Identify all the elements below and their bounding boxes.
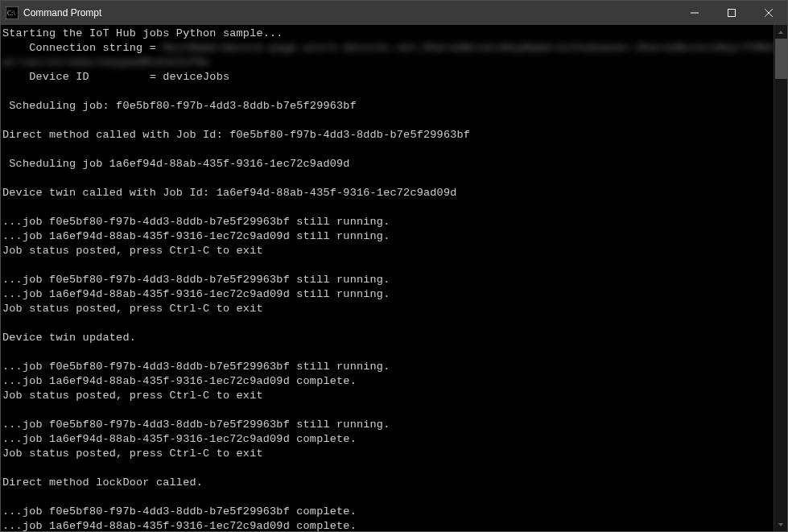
console-line — [2, 85, 774, 99]
titlebar: C:\ Command Prompt — [1, 1, 787, 25]
console-line: ...job f0e5bf80-f97b-4dd3-8ddb-b7e5f2996… — [2, 418, 774, 432]
console-line: ...job 1a6ef94d-88ab-435f-9316-1ec72c9ad… — [2, 229, 774, 244]
console-line — [2, 490, 774, 505]
console-line — [2, 113, 774, 128]
console-line — [2, 461, 774, 476]
console-line — [2, 345, 774, 360]
scroll-up-arrow[interactable] — [774, 25, 787, 39]
console-line: Connection string = HostName=device-page… — [2, 41, 774, 56]
console-line: Scheduling job: f0e5bf80-f97b-4dd3-8ddb-… — [2, 99, 774, 113]
svg-rect-3 — [728, 10, 736, 17]
close-button[interactable] — [750, 1, 787, 25]
console-line: Starting the IoT Hub jobs Python sample.… — [2, 27, 774, 41]
console-line — [2, 200, 774, 215]
console-line: Job status posted, press Ctrl-C to exit — [2, 447, 774, 461]
console-line: ...job 1a6ef94d-88ab-435f-9316-1ec72c9ad… — [2, 287, 774, 302]
scroll-down-arrow[interactable] — [774, 518, 787, 531]
cmd-icon: C:\ — [6, 6, 19, 19]
console-line: Device ID = deviceJobs — [2, 70, 774, 85]
console-line: Job status posted, press Ctrl-C to exit — [2, 244, 774, 258]
console-line — [2, 316, 774, 331]
svg-text:C:\: C:\ — [7, 10, 16, 17]
console-line: ...job 1a6ef94d-88ab-435f-9316-1ec72c9ad… — [2, 519, 774, 531]
console-line — [2, 142, 774, 157]
console-line: Job status posted, press Ctrl-C to exit — [2, 389, 774, 403]
console-line: ...job 1a6ef94d-88ab-435f-9316-1ec72c9ad… — [2, 432, 774, 447]
console-line: Direct method lockDoor called. — [2, 476, 774, 490]
console-output[interactable]: Starting the IoT Hub jobs Python sample.… — [1, 25, 774, 531]
redacted-text: HostName=device-page.azure-devices.net;S… — [163, 42, 774, 54]
console-line: Device twin updated. — [2, 331, 774, 345]
console-area: Starting the IoT Hub jobs Python sample.… — [1, 25, 787, 531]
console-line: Scheduling job 1a6ef94d-88ab-435f-9316-1… — [2, 157, 774, 171]
window-controls — [676, 1, 787, 25]
vertical-scrollbar[interactable] — [774, 25, 787, 531]
console-line: Job status posted, press Ctrl-C to exit — [2, 302, 774, 316]
console-line: ...job f0e5bf80-f97b-4dd3-8ddb-b7e5f2996… — [2, 273, 774, 287]
console-line: ...job f0e5bf80-f97b-4dd3-8ddb-b7e5f2996… — [2, 360, 774, 374]
console-line: ...job f0e5bf80-f97b-4dd3-8ddb-b7e5f2996… — [2, 505, 774, 519]
redacted-text: wt/secretredactkeypadRn2nk3vf8o — [2, 56, 209, 68]
console-line: ...job f0e5bf80-f97b-4dd3-8ddb-b7e5f2996… — [2, 215, 774, 229]
scrollbar-thumb[interactable] — [775, 39, 787, 79]
console-line — [2, 171, 774, 186]
console-line: Direct method called with Job Id: f0e5bf… — [2, 128, 774, 142]
console-line — [2, 403, 774, 418]
minimize-button[interactable] — [676, 1, 713, 25]
maximize-button[interactable] — [713, 1, 750, 25]
window-title: Command Prompt — [23, 7, 676, 19]
console-line: ...job 1a6ef94d-88ab-435f-9316-1ec72c9ad… — [2, 374, 774, 389]
console-line — [2, 258, 774, 273]
console-line: wt/secretredactkeypadRn2nk3vf8o — [2, 56, 774, 70]
console-line: Device twin called with Job Id: 1a6ef94d… — [2, 186, 774, 200]
